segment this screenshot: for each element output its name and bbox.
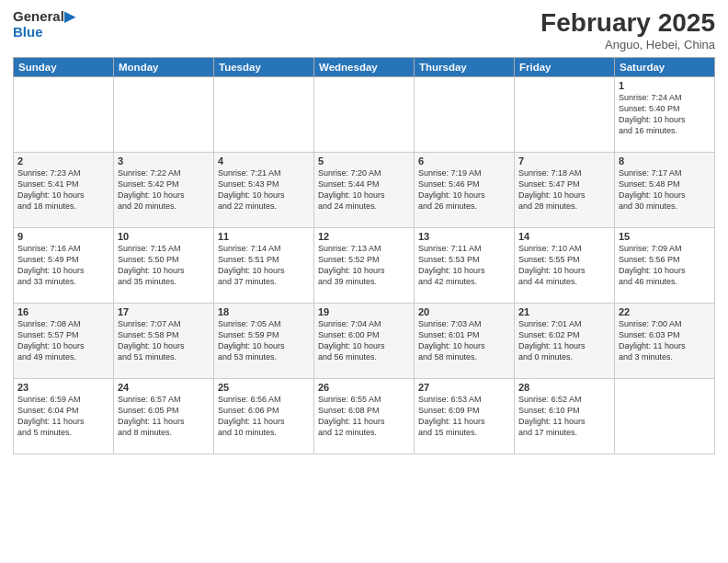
day-info: Sunrise: 7:22 AM Sunset: 5:42 PM Dayligh…: [118, 167, 210, 213]
day-number: 21: [518, 306, 610, 317]
calendar-cell: [14, 76, 114, 152]
day-number: 13: [418, 231, 510, 242]
day-info: Sunrise: 6:56 AM Sunset: 6:06 PM Dayligh…: [218, 394, 310, 439]
calendar-table: Sunday Monday Tuesday Wednesday Thursday…: [13, 57, 715, 454]
day-info: Sunrise: 7:13 AM Sunset: 5:52 PM Dayligh…: [318, 243, 410, 288]
calendar-cell: 11Sunrise: 7:14 AM Sunset: 5:51 PM Dayli…: [214, 227, 314, 303]
calendar-cell: 3Sunrise: 7:22 AM Sunset: 5:42 PM Daylig…: [114, 152, 214, 227]
day-number: 24: [118, 382, 210, 393]
day-info: Sunrise: 7:08 AM Sunset: 5:57 PM Dayligh…: [17, 318, 109, 363]
day-info: Sunrise: 7:03 AM Sunset: 6:01 PM Dayligh…: [418, 318, 510, 363]
day-info: Sunrise: 7:21 AM Sunset: 5:43 PM Dayligh…: [218, 167, 310, 213]
calendar-cell: [314, 76, 415, 152]
header: General▶ Blue February 2025 Anguo, Hebei…: [13, 9, 715, 52]
day-info: Sunrise: 7:15 AM Sunset: 5:50 PM Dayligh…: [118, 243, 210, 288]
day-number: 12: [318, 231, 410, 242]
day-info: Sunrise: 7:00 AM Sunset: 6:03 PM Dayligh…: [619, 318, 711, 363]
day-number: 20: [418, 306, 510, 317]
day-info: Sunrise: 7:20 AM Sunset: 5:44 PM Dayligh…: [318, 167, 410, 213]
calendar-cell: [515, 76, 615, 152]
title-block: February 2025 Anguo, Hebei, China: [540, 9, 715, 52]
day-info: Sunrise: 6:55 AM Sunset: 6:08 PM Dayligh…: [318, 394, 410, 439]
day-number: 6: [418, 155, 510, 167]
calendar-cell: 19Sunrise: 7:04 AM Sunset: 6:00 PM Dayli…: [314, 303, 415, 378]
location-subtitle: Anguo, Hebei, China: [540, 38, 715, 52]
calendar-cell: 4Sunrise: 7:21 AM Sunset: 5:43 PM Daylig…: [214, 152, 314, 227]
day-info: Sunrise: 7:19 AM Sunset: 5:46 PM Dayligh…: [418, 167, 510, 213]
day-number: 7: [518, 155, 610, 167]
calendar-cell: [114, 76, 214, 152]
col-wednesday: Wednesday: [314, 57, 415, 76]
day-info: Sunrise: 7:09 AM Sunset: 5:56 PM Dayligh…: [619, 243, 711, 288]
day-info: Sunrise: 7:10 AM Sunset: 5:55 PM Dayligh…: [518, 243, 610, 288]
day-number: 25: [218, 382, 310, 393]
day-number: 22: [619, 306, 711, 317]
day-number: 19: [318, 306, 410, 317]
calendar-cell: 17Sunrise: 7:07 AM Sunset: 5:58 PM Dayli…: [114, 303, 214, 378]
calendar-cell: 25Sunrise: 6:56 AM Sunset: 6:06 PM Dayli…: [214, 378, 314, 454]
day-number: 26: [318, 382, 410, 393]
calendar-cell: 2Sunrise: 7:23 AM Sunset: 5:41 PM Daylig…: [14, 152, 114, 227]
day-info: Sunrise: 6:53 AM Sunset: 6:09 PM Dayligh…: [418, 394, 510, 439]
day-number: 15: [619, 231, 711, 242]
day-info: Sunrise: 7:07 AM Sunset: 5:58 PM Dayligh…: [118, 318, 210, 363]
day-info: Sunrise: 6:57 AM Sunset: 6:05 PM Dayligh…: [118, 394, 210, 439]
calendar-cell: 12Sunrise: 7:13 AM Sunset: 5:52 PM Dayli…: [314, 227, 415, 303]
col-monday: Monday: [114, 57, 214, 76]
month-title: February 2025: [540, 9, 715, 38]
calendar-cell: 22Sunrise: 7:00 AM Sunset: 6:03 PM Dayli…: [615, 303, 715, 378]
day-info: Sunrise: 7:18 AM Sunset: 5:47 PM Dayligh…: [518, 167, 610, 213]
col-friday: Friday: [515, 57, 615, 76]
col-saturday: Saturday: [615, 57, 715, 76]
day-info: Sunrise: 7:16 AM Sunset: 5:49 PM Dayligh…: [17, 243, 109, 288]
day-number: 4: [218, 155, 310, 167]
calendar-cell: 15Sunrise: 7:09 AM Sunset: 5:56 PM Dayli…: [615, 227, 715, 303]
calendar-cell: 21Sunrise: 7:01 AM Sunset: 6:02 PM Dayli…: [515, 303, 615, 378]
day-number: 5: [318, 155, 410, 167]
day-number: 9: [17, 231, 109, 242]
day-info: Sunrise: 6:52 AM Sunset: 6:10 PM Dayligh…: [518, 394, 610, 439]
calendar-cell: 6Sunrise: 7:19 AM Sunset: 5:46 PM Daylig…: [415, 152, 515, 227]
calendar-cell: 20Sunrise: 7:03 AM Sunset: 6:01 PM Dayli…: [415, 303, 515, 378]
calendar-cell: 14Sunrise: 7:10 AM Sunset: 5:55 PM Dayli…: [515, 227, 615, 303]
calendar-cell: 16Sunrise: 7:08 AM Sunset: 5:57 PM Dayli…: [14, 303, 114, 378]
day-number: 11: [218, 231, 310, 242]
logo-text2: Blue: [13, 25, 75, 40]
calendar-cell: 24Sunrise: 6:57 AM Sunset: 6:05 PM Dayli…: [114, 378, 214, 454]
calendar-cell: 10Sunrise: 7:15 AM Sunset: 5:50 PM Dayli…: [114, 227, 214, 303]
day-number: 18: [218, 306, 310, 317]
day-info: Sunrise: 7:23 AM Sunset: 5:41 PM Dayligh…: [17, 167, 109, 213]
calendar-cell: 27Sunrise: 6:53 AM Sunset: 6:09 PM Dayli…: [415, 378, 515, 454]
day-info: Sunrise: 7:05 AM Sunset: 5:59 PM Dayligh…: [218, 318, 310, 363]
day-number: 17: [118, 306, 210, 317]
calendar-cell: 26Sunrise: 6:55 AM Sunset: 6:08 PM Dayli…: [314, 378, 415, 454]
col-tuesday: Tuesday: [214, 57, 314, 76]
calendar-cell: 5Sunrise: 7:20 AM Sunset: 5:44 PM Daylig…: [314, 152, 415, 227]
day-number: 28: [518, 382, 610, 393]
logo-text: General▶: [13, 9, 75, 25]
day-info: Sunrise: 7:11 AM Sunset: 5:53 PM Dayligh…: [418, 243, 510, 288]
calendar-cell: 7Sunrise: 7:18 AM Sunset: 5:47 PM Daylig…: [515, 152, 615, 227]
day-info: Sunrise: 7:04 AM Sunset: 6:00 PM Dayligh…: [318, 318, 410, 363]
day-number: 14: [518, 231, 610, 242]
col-sunday: Sunday: [14, 57, 114, 76]
day-info: Sunrise: 7:14 AM Sunset: 5:51 PM Dayligh…: [218, 243, 310, 288]
calendar-cell: 23Sunrise: 6:59 AM Sunset: 6:04 PM Dayli…: [14, 378, 114, 454]
calendar-cell: 18Sunrise: 7:05 AM Sunset: 5:59 PM Dayli…: [214, 303, 314, 378]
day-number: 16: [17, 306, 109, 317]
logo: General▶ Blue: [13, 9, 75, 40]
day-number: 10: [118, 231, 210, 242]
calendar-cell: [214, 76, 314, 152]
day-number: 23: [17, 382, 109, 393]
day-number: 3: [118, 155, 210, 167]
calendar-cell: [615, 378, 715, 454]
day-number: 8: [619, 155, 711, 167]
day-info: Sunrise: 7:01 AM Sunset: 6:02 PM Dayligh…: [518, 318, 610, 363]
calendar-cell: 1Sunrise: 7:24 AM Sunset: 5:40 PM Daylig…: [615, 76, 715, 152]
day-number: 1: [619, 80, 711, 91]
calendar-cell: [415, 76, 515, 152]
day-info: Sunrise: 7:17 AM Sunset: 5:48 PM Dayligh…: [619, 167, 711, 213]
day-info: Sunrise: 6:59 AM Sunset: 6:04 PM Dayligh…: [17, 394, 109, 439]
col-thursday: Thursday: [415, 57, 515, 76]
calendar-cell: 28Sunrise: 6:52 AM Sunset: 6:10 PM Dayli…: [515, 378, 615, 454]
